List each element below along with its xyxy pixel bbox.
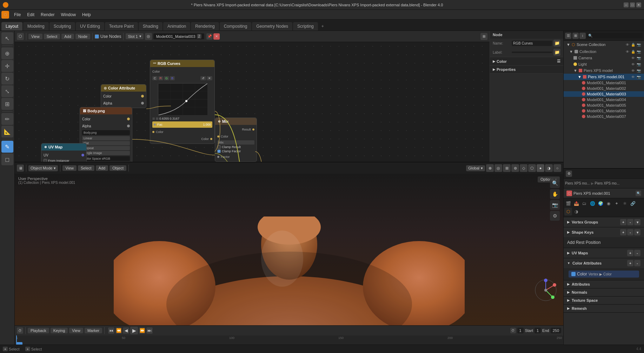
maximize-button[interactable]: □ bbox=[630, 2, 635, 7]
channel-red[interactable]: R bbox=[158, 76, 164, 80]
window-controls[interactable]: ─ □ ✕ bbox=[624, 2, 641, 7]
vp-zoom-in[interactable]: 🔍 bbox=[550, 178, 560, 188]
viewport-gizmo[interactable] bbox=[532, 276, 560, 304]
node-color-header[interactable]: ▶ Color ☰ bbox=[490, 57, 563, 65]
tab-shading[interactable]: Shading bbox=[139, 22, 162, 31]
vp-add-menu[interactable]: Add bbox=[96, 165, 108, 171]
light-camera[interactable]: 📷 bbox=[636, 62, 641, 67]
tool-annotate[interactable]: ✏ bbox=[1, 113, 13, 125]
mat004-item[interactable]: Model001_Material004 bbox=[564, 97, 644, 102]
tool-rotate[interactable]: ↻ bbox=[1, 73, 13, 85]
body-colorspace[interactable]: Color Space sRGB bbox=[82, 156, 130, 161]
tool-eraser[interactable]: ◻ bbox=[1, 153, 13, 165]
body-repeat[interactable]: Repeat bbox=[82, 146, 130, 150]
snap-toggle[interactable]: ⊞ bbox=[503, 164, 511, 172]
camera-camera[interactable]: 📷 bbox=[636, 55, 641, 60]
prop-tab-data[interactable]: ⬡ bbox=[564, 208, 572, 215]
view-snap-button[interactable]: ⊞ bbox=[480, 33, 487, 40]
close-button[interactable]: ✕ bbox=[636, 2, 641, 7]
viewport-type-icon[interactable]: 🖥 bbox=[17, 165, 24, 172]
menu-file[interactable]: File bbox=[11, 11, 24, 18]
tab-sculpting[interactable]: Sculpting bbox=[49, 22, 75, 31]
shape-key-add[interactable]: + bbox=[620, 229, 626, 235]
node-body-png[interactable]: 🖼 Body.png Color Alpha bbox=[80, 107, 132, 162]
timeline-type-icon[interactable]: ⏱ bbox=[17, 327, 23, 334]
shape-key-more[interactable]: ▾ bbox=[634, 229, 640, 235]
uv-map-remove[interactable]: - bbox=[634, 250, 640, 256]
uv-from-instancer[interactable]: From Instancer bbox=[44, 159, 84, 162]
curves-display-area[interactable] bbox=[158, 83, 207, 115]
menu-edit[interactable]: Edit bbox=[24, 11, 37, 18]
node-properties-header[interactable]: ▶ Properties bbox=[490, 66, 563, 73]
piers-model-item[interactable]: ▼ Piers XPS model 👁 📷 bbox=[564, 67, 644, 74]
mat006-item[interactable]: Model001_Material006 bbox=[564, 108, 644, 114]
tl-view-menu[interactable]: View bbox=[69, 328, 83, 333]
mat007-item[interactable]: Model001_Material007 bbox=[564, 114, 644, 119]
pin-material-button[interactable]: 📌 bbox=[206, 33, 213, 40]
texture-space-header[interactable]: ▶ Texture Space bbox=[564, 297, 644, 304]
mix-type-dropdown[interactable]: Mix bbox=[217, 140, 254, 145]
scene-vis-restrict[interactable]: 👁 bbox=[625, 42, 630, 47]
vp-view-menu[interactable]: View bbox=[62, 165, 77, 171]
light-item[interactable]: Light 👁 📷 bbox=[564, 61, 644, 67]
curves-channels[interactable]: C R G B ↺ ✕ bbox=[152, 76, 212, 80]
color-attr-add[interactable]: + bbox=[627, 260, 633, 266]
vp-camera[interactable]: 📷 bbox=[550, 200, 560, 210]
body-extension[interactable]: Flat bbox=[82, 141, 130, 145]
uv-instancer-check[interactable] bbox=[44, 159, 47, 162]
mat005-item[interactable]: Model001_Material005 bbox=[564, 102, 644, 108]
vp-hand[interactable]: ✋ bbox=[550, 189, 560, 199]
step-forward-btn[interactable]: ⏩ bbox=[139, 327, 145, 334]
blender-menu-icon[interactable]: ⬡ bbox=[1, 11, 9, 19]
prop-tab-world[interactable]: 🌍 bbox=[597, 200, 604, 207]
timeline-track[interactable]: 1 50 100 150 200 250 bbox=[15, 335, 563, 345]
node-label-value[interactable] bbox=[512, 52, 552, 53]
mat002-item[interactable]: Model001_Material002 bbox=[564, 86, 644, 91]
proportional-icon[interactable]: ◎ bbox=[494, 164, 502, 172]
node-rgb-curves[interactable]: 〰 RGB Curves Color C R bbox=[150, 60, 215, 144]
slot-selector[interactable]: Slot 1 ▾ bbox=[126, 33, 143, 39]
material-name-display[interactable]: Model001_Material003 2 bbox=[153, 33, 204, 39]
select-left-btn[interactable]: ● bbox=[3, 347, 8, 351]
collection-lock[interactable]: 🔒 bbox=[631, 49, 636, 54]
node-name-value[interactable]: RGB Curves bbox=[512, 41, 552, 46]
tab-animation[interactable]: Animation bbox=[163, 22, 190, 31]
uv-maps-header[interactable]: ▶ UV Maps + - bbox=[564, 248, 644, 258]
tool-scale[interactable]: ⤡ bbox=[1, 85, 13, 97]
color-attributes-header[interactable]: ▼ Color Attributes + - bbox=[564, 258, 644, 268]
body-interpolation[interactable]: Linear bbox=[82, 136, 130, 140]
use-nodes-checkbox[interactable] bbox=[95, 34, 99, 39]
node-canvas[interactable]: ◎ Color Attribute Color Alpha bbox=[15, 42, 490, 162]
uv-map-add[interactable]: + bbox=[627, 250, 633, 256]
current-frame-field[interactable]: 1 bbox=[517, 328, 524, 333]
snap-icon[interactable]: ⊕ bbox=[486, 164, 494, 172]
prop-tab-physics[interactable]: ⚛ bbox=[621, 200, 629, 207]
scene-search-input[interactable]: 🔍 bbox=[587, 33, 643, 38]
mix-clamp-result[interactable]: Clamp Result bbox=[217, 145, 254, 149]
solid-shading-btn[interactable]: ● bbox=[537, 164, 544, 172]
light-eye[interactable]: 👁 bbox=[631, 62, 636, 67]
vp-object-menu[interactable]: Object bbox=[109, 165, 126, 171]
frame-clock-icon[interactable]: ⏱ bbox=[510, 328, 516, 333]
prop-tab-particles[interactable]: ✦ bbox=[613, 200, 620, 207]
play-pause-btn[interactable]: ▶ bbox=[130, 327, 138, 334]
tab-uv-editing[interactable]: UV Editing bbox=[76, 22, 104, 31]
channel-combined[interactable]: C bbox=[152, 76, 158, 80]
node-name-folder-icon[interactable]: 📁 bbox=[553, 40, 560, 47]
tab-modeling[interactable]: Modeling bbox=[23, 22, 49, 31]
vp-settings[interactable]: ⚙ bbox=[550, 211, 560, 221]
prop-tab-render[interactable]: 🎬 bbox=[564, 200, 572, 207]
shape-key-remove[interactable]: - bbox=[627, 229, 633, 235]
overlay-toggle[interactable]: ⊚ bbox=[511, 164, 519, 172]
piers001-eye[interactable]: 👁 bbox=[631, 74, 636, 79]
select-menu[interactable]: Select bbox=[44, 34, 60, 39]
step-back-btn[interactable]: ⏪ bbox=[115, 327, 122, 334]
piers-model-001-item[interactable]: ▼ Piers XPS model.001 👁 📷 bbox=[564, 74, 644, 80]
channel-green[interactable]: G bbox=[164, 76, 169, 80]
body-png-filename[interactable]: Body.png bbox=[82, 130, 130, 135]
xray-toggle[interactable]: ◇ bbox=[520, 164, 527, 172]
start-frame-field[interactable]: 1 bbox=[535, 328, 541, 333]
menu-help[interactable]: Help bbox=[79, 11, 94, 18]
tab-scripting[interactable]: Scripting bbox=[293, 22, 318, 31]
playback-menu[interactable]: Playback bbox=[28, 328, 49, 333]
